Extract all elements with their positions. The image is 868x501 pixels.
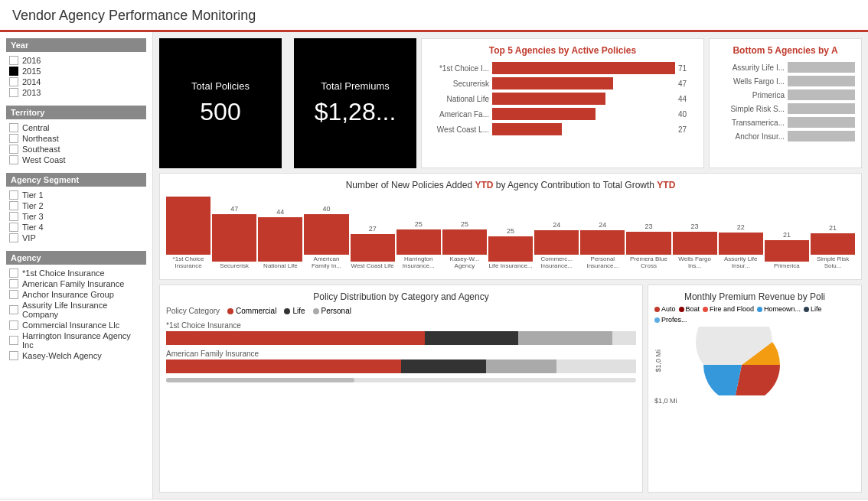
scrollbar[interactable] — [166, 378, 636, 382]
scrollbar-thumb — [166, 378, 354, 382]
ytd-bar-col: 25 Kasey-W... Agency — [442, 220, 487, 270]
top5-bar-row: Securerisk 47 — [428, 77, 697, 89]
checkbox-icon — [9, 134, 18, 143]
bottom5-bar-row: Simple Risk S... — [716, 103, 855, 114]
v-bar-value: 21 — [829, 224, 837, 232]
v-bar-value: 27 — [369, 225, 377, 233]
bar-fill — [492, 77, 613, 89]
legend-personal: Personal — [313, 307, 351, 315]
top-row: Total Policies 500 Total Premiums $1,28.… — [159, 38, 862, 168]
v-bar-label: Harrington Insurance... — [396, 256, 441, 270]
agency-commercial[interactable]: Commercial Insurance Llc — [6, 320, 146, 330]
segment-tier1[interactable]: Tier 1 — [6, 190, 146, 200]
bottom5-label: Transamerica... — [716, 119, 785, 127]
bottom5-title: Bottom 5 Agencies by A — [716, 45, 855, 56]
life-segment — [425, 331, 519, 345]
legend-homeown: Homeown... — [757, 305, 801, 313]
year-2013[interactable]: 2013 — [6, 87, 146, 98]
total-premiums-card: Total Premiums $1,28... — [294, 38, 416, 168]
page-title: Vendor Agency Performance Monitoring — [12, 8, 856, 30]
commercial-segment — [166, 359, 401, 373]
commercial-segment — [166, 331, 425, 345]
top5-bar-row: *1st Choice I... 71 — [428, 62, 697, 74]
agency-segment-title: Agency Segment — [6, 173, 146, 187]
checkbox-icon — [9, 336, 18, 345]
checkbox-icon — [9, 88, 18, 97]
commercial-dot — [227, 308, 233, 314]
v-bar-label: American Family In... — [304, 256, 348, 270]
stacked-bar-1stchoice-bars — [166, 331, 636, 345]
legend-profes: Profes... — [654, 316, 687, 324]
main-content: Total Policies 500 Total Premiums $1,28.… — [153, 32, 868, 499]
top5-bar-row: National Life 44 — [428, 93, 697, 105]
year-2016[interactable]: 2016 — [6, 55, 146, 66]
auto-dot — [654, 307, 660, 312]
segment-tier2[interactable]: Tier 2 — [6, 200, 146, 211]
bottom5-bar-row: Assurity Life I... — [716, 62, 855, 73]
pie-chart — [665, 327, 818, 395]
v-bar — [351, 234, 395, 262]
bottom5-bar-row: Primerica — [716, 89, 855, 100]
total-policies-card: Total Policies 500 — [159, 38, 282, 168]
v-bar-label: Securerisk — [212, 263, 256, 270]
legend-life: Life — [284, 307, 305, 315]
v-bar-value: 22 — [737, 223, 745, 231]
bar-container — [492, 77, 675, 89]
v-bar-value: 44 — [276, 208, 284, 216]
agency-assurity[interactable]: Assurity Life Insurance Company — [6, 300, 146, 320]
bar-label: *1st Choice I... — [428, 64, 489, 73]
agency-american-family[interactable]: American Family Insurance — [6, 278, 146, 289]
y-axis-label: $1,0 Mi — [654, 350, 662, 372]
bar-value: 47 — [678, 80, 697, 88]
checkbox-icon — [9, 123, 18, 132]
bar-container — [492, 93, 675, 105]
stacked-bar-american: American Family Insurance — [166, 350, 636, 373]
stacked-bar-american-bars — [166, 359, 636, 373]
sidebar: Year 2016 2015 2014 2013 Territory — [0, 32, 153, 499]
ytd-bar-col: 40 American Family In... — [304, 205, 348, 270]
agency-section-title: Agency — [6, 251, 146, 265]
legend-commercial: Commercial — [227, 307, 276, 315]
bottom5-label: Anchor Insur... — [716, 132, 785, 141]
v-bar-value: 24 — [553, 221, 560, 229]
checkbox-icon — [9, 305, 18, 314]
segment-tier3[interactable]: Tier 3 — [6, 211, 146, 222]
bottom5-label: Primerica — [716, 91, 785, 99]
year-2015[interactable]: 2015 — [6, 66, 146, 76]
ytd-bar-col: 21 Primerica — [765, 231, 809, 270]
territory-northeast[interactable]: Northeast — [6, 133, 146, 144]
bar-value: 71 — [678, 64, 697, 73]
policy-dist-title: Policy Distribution by Category and Agen… — [166, 291, 636, 302]
profes-dot — [654, 317, 660, 323]
total-policies-value: 500 — [200, 98, 240, 126]
segment-vip[interactable]: VIP — [6, 233, 146, 243]
territory-westcoast[interactable]: West Coast — [6, 155, 146, 165]
v-bar-value: 25 — [507, 227, 514, 235]
total-premiums-label: Total Premiums — [321, 80, 390, 92]
ytd-bar-col: 25 Life Insurance... — [488, 227, 533, 270]
checkbox-icon — [9, 56, 18, 65]
year-2014[interactable]: 2014 — [6, 76, 146, 87]
policy-dist-chart: Policy Distribution by Category and Agen… — [159, 285, 643, 493]
top5-bars: *1st Choice I... 71 Securerisk 47 Nation… — [428, 62, 697, 135]
v-bar — [212, 214, 256, 262]
agency-harrington[interactable]: Harrington Insurance Agency Inc — [6, 330, 146, 350]
checkbox-icon — [9, 351, 18, 360]
agency-anchor[interactable]: Anchor Insurance Group — [6, 289, 146, 300]
territory-central[interactable]: Central — [6, 122, 146, 133]
legend-boat: Boat — [679, 305, 700, 313]
checkbox-icon — [9, 201, 18, 210]
checkbox-icon — [9, 155, 18, 164]
v-bar — [534, 230, 579, 255]
territory-southeast[interactable]: Southeast — [6, 144, 146, 155]
bar-container — [492, 62, 675, 74]
checkbox-icon — [9, 145, 18, 154]
segment-tier4[interactable]: Tier 4 — [6, 222, 146, 233]
checkbox-icon — [9, 223, 18, 232]
bar-label: Securerisk — [428, 80, 489, 88]
bar-container — [492, 123, 675, 135]
bottom5-bar-row: Anchor Insur... — [716, 131, 855, 142]
life-dot-m — [804, 307, 809, 312]
agency-kasey[interactable]: Kasey-Welch Agency — [6, 350, 146, 361]
agency-1stchoice[interactable]: *1st Choice Insurance — [6, 268, 146, 278]
